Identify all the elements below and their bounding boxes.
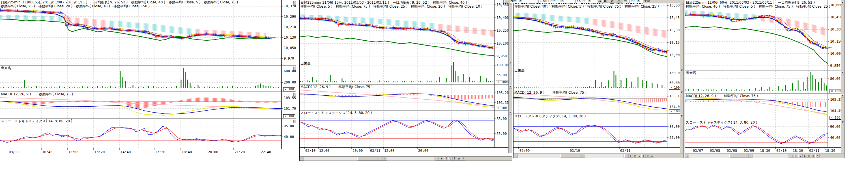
scrollbar-thumb[interactable] <box>560 154 581 158</box>
horizontal-scrollbar[interactable]: ◄►◄▶DLB@X <box>300 156 512 161</box>
mini-toolbar-button[interactable]: L <box>448 157 453 160</box>
scroll-left-button[interactable]: ◄ <box>300 157 304 160</box>
volume-bar <box>97 86 98 88</box>
volume-bar <box>309 81 310 82</box>
mini-toolbar-button[interactable]: D <box>633 154 637 158</box>
period-monthly-button[interactable]: 月 <box>616 0 622 3</box>
mini-toolbar-button[interactable]: B <box>807 154 811 158</box>
candlestick <box>579 28 580 29</box>
period-daily-button[interactable]: 日 <box>602 0 608 3</box>
section-resize-button[interactable]: ◤ <box>841 1 844 4</box>
scrollbar-thumb[interactable] <box>730 154 749 158</box>
candlestick <box>774 17 775 18</box>
scroll-left-button[interactable]: ◄ <box>514 154 518 158</box>
volume-bar <box>391 81 391 82</box>
mini-toolbar-button[interactable]: ▶ <box>629 154 633 158</box>
candlestick <box>490 47 490 48</box>
horizontal-scrollbar[interactable]: ◄►◄▶DLB@X <box>514 154 684 158</box>
axis-scroll-nub[interactable] <box>293 93 296 96</box>
scroll-right-button[interactable]: ► <box>749 154 753 158</box>
mini-toolbar-button[interactable]: @ <box>457 157 461 160</box>
period-weekly-button[interactable]: 週 <box>609 0 615 3</box>
volume-bar <box>767 89 768 90</box>
candlestick <box>602 35 604 36</box>
instrument-dropdown[interactable]: 日経225mini▼ <box>538 0 575 3</box>
scrollbar-thumb[interactable] <box>357 157 383 160</box>
candlestick <box>209 34 209 35</box>
axis-scroll-nub[interactable] <box>293 67 296 70</box>
section-resize-button[interactable]: ◤ <box>509 62 512 65</box>
horizontal-scrollbar[interactable]: ◄►◄▶DLB@X <box>685 154 844 158</box>
candlestick <box>197 34 198 35</box>
section-resize-button[interactable]: ◤ <box>680 69 684 72</box>
section-resize-button[interactable]: ◤ <box>680 91 684 94</box>
axis-scroll-nub[interactable] <box>293 1 296 4</box>
candlestick <box>269 37 269 38</box>
section-resize-button[interactable]: ◤ <box>841 71 844 75</box>
scroll-left-button[interactable]: ◄ <box>685 154 689 158</box>
candlestick <box>477 45 477 46</box>
candlestick <box>638 43 640 44</box>
scroll-right-button[interactable]: ► <box>581 154 585 158</box>
candlestick <box>464 42 465 43</box>
contract-month-dropdown[interactable]: 11/06▼ <box>576 0 597 3</box>
toolbar-handle-button[interactable] <box>504 0 508 3</box>
volume-bar <box>163 87 164 88</box>
volume-bar <box>480 76 481 82</box>
mini-toolbar-button[interactable]: ◄ <box>436 157 440 160</box>
mini-toolbar-button[interactable]: ◄ <box>790 154 794 158</box>
axis-tick-label: 10,130 <box>284 36 296 39</box>
mini-toolbar-button[interactable]: B <box>453 157 457 160</box>
period-minute-button[interactable]: 分 <box>623 0 629 3</box>
mini-toolbar-button[interactable]: L <box>637 154 641 158</box>
volume-bar <box>719 90 719 90</box>
mini-toolbar-button[interactable]: X <box>650 154 654 158</box>
volume-bar <box>209 87 210 88</box>
axis-tick-label: 9,950 <box>497 54 507 58</box>
candlestick <box>402 29 403 30</box>
mini-toolbar-button[interactable]: @ <box>646 154 650 158</box>
candlestick <box>521 17 523 18</box>
mini-toolbar-button[interactable]: L <box>803 154 807 158</box>
scrollbar-track[interactable] <box>518 154 560 158</box>
scrollbar-track[interactable] <box>689 154 730 158</box>
candlestick <box>685 15 686 15</box>
scrollbar-track[interactable] <box>387 157 434 160</box>
volume-bar <box>456 71 456 82</box>
volume-bar <box>664 87 665 88</box>
volume-bar <box>253 86 253 88</box>
mini-toolbar-button[interactable]: B <box>641 154 646 158</box>
scrollbar-track[interactable] <box>753 154 788 158</box>
candlestick <box>50 12 51 13</box>
section-resize-button[interactable]: ◤ <box>841 121 844 124</box>
candlestick <box>419 29 420 29</box>
candlestick <box>259 38 260 38</box>
scroll-right-button[interactable]: ► <box>383 157 387 160</box>
ichimoku-cloud <box>590 18 667 38</box>
mini-toolbar-button[interactable]: D <box>444 157 448 160</box>
category-dropdown[interactable]: 先物▼ <box>509 0 537 3</box>
macd-ma-label: 移動平均( Close, 75 ) <box>338 85 373 89</box>
section-resize-button[interactable]: ◤ <box>841 94 844 98</box>
mini-toolbar-button[interactable]: ▶ <box>440 157 444 160</box>
mini-toolbar-button[interactable]: D <box>798 154 803 158</box>
mini-toolbar-button[interactable]: X <box>815 154 819 158</box>
mini-toolbar-button[interactable]: @ <box>811 154 815 158</box>
mini-toolbar-button[interactable]: ◄ <box>624 154 629 158</box>
section-resize-button[interactable]: ◤ <box>509 85 512 89</box>
mini-toolbar-button[interactable]: ▶ <box>794 154 798 158</box>
section-resize-button[interactable]: ◤ <box>680 115 684 118</box>
axis-scroll-nub[interactable] <box>293 120 296 123</box>
scrollbar-track[interactable] <box>304 157 357 160</box>
candlestick <box>140 31 140 32</box>
minute-count-spinner[interactable]: 60▼ <box>629 0 643 3</box>
section-resize-button[interactable]: ◤ <box>509 111 512 115</box>
candlestick <box>13 10 13 11</box>
scrollbar-track[interactable] <box>585 154 623 158</box>
volume-bar <box>366 81 366 82</box>
volume-bar <box>118 86 118 88</box>
volume-bar <box>795 89 796 90</box>
mini-toolbar-button[interactable]: X <box>461 157 465 160</box>
volume-bar <box>67 87 67 88</box>
candlestick <box>365 25 366 25</box>
